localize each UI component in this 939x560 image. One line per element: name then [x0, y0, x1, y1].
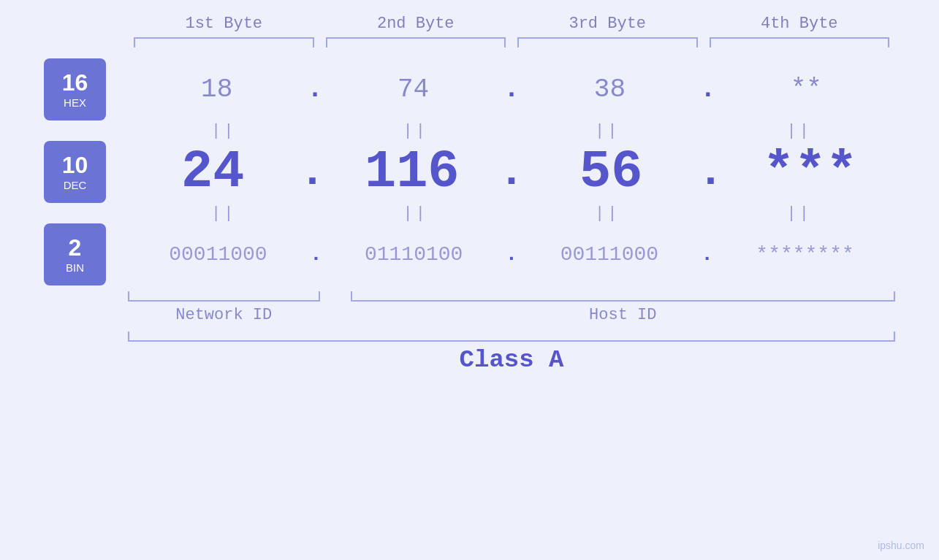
bin-cell-2: 01110100	[324, 243, 504, 266]
dec-cell-2: 116	[327, 142, 497, 202]
equals-7: ||	[512, 204, 704, 223]
dec-dot-1: .	[299, 147, 325, 197]
byte-label-4: 4th Byte	[704, 15, 896, 37]
equals-5: ||	[128, 204, 320, 223]
hex-cell-4: **	[718, 74, 895, 104]
dec-value-3: 56	[579, 142, 642, 202]
bin-value-1: 00011000	[169, 243, 267, 266]
host-bracket	[351, 291, 896, 302]
bin-dot-3: .	[701, 243, 713, 266]
hex-value-1: 18	[201, 74, 232, 104]
dec-value-1: 24	[181, 142, 244, 202]
bin-value-4: ********	[756, 243, 854, 266]
watermark: ipshu.com	[878, 540, 924, 551]
hex-label: HEX	[64, 96, 86, 109]
class-bracket	[128, 331, 895, 342]
class-label: Class A	[128, 346, 895, 374]
hex-badge: 16 HEX	[44, 58, 106, 120]
bin-value-3: 00111000	[560, 243, 658, 266]
hex-value-3: 38	[594, 74, 626, 104]
byte-label-3: 3rd Byte	[512, 15, 704, 37]
hex-dot-3: .	[700, 74, 716, 104]
byte-label-1: 1st Byte	[128, 15, 320, 37]
bracket-3	[517, 37, 698, 47]
bin-dot-1: .	[310, 243, 322, 266]
hex-value-2: 74	[398, 74, 429, 104]
dec-badge: 10 DEC	[44, 141, 106, 203]
dec-value-2: 116	[365, 142, 460, 202]
host-id-label: Host ID	[351, 306, 896, 324]
dec-values-row: 24 . 116 . 56 . ***	[128, 142, 895, 202]
equals-4: ||	[704, 122, 896, 140]
bin-badge: 2 BIN	[44, 223, 106, 285]
dec-number: 10	[62, 153, 88, 178]
hex-cell-1: 18	[128, 74, 305, 104]
bin-label: BIN	[66, 261, 84, 274]
dec-value-4: ***	[763, 142, 858, 202]
byte-label-2: 2nd Byte	[320, 15, 512, 37]
equals-1: ||	[128, 122, 320, 140]
hex-dot-1: .	[307, 74, 323, 104]
hex-value-4: **	[791, 74, 822, 104]
hex-values-row: 18 . 74 . 38 . **	[128, 74, 895, 104]
main-container: 1st Byte 2nd Byte 3rd Byte 4th Byte 16 H…	[0, 0, 939, 560]
bracket-4	[710, 37, 890, 47]
equals-2: ||	[320, 122, 512, 140]
dec-cell-3: 56	[526, 142, 696, 202]
dec-dot-2: .	[498, 147, 525, 197]
dec-label: DEC	[64, 179, 87, 191]
hex-dot-2: .	[503, 74, 520, 104]
hex-cell-2: 74	[324, 74, 502, 104]
bin-cell-1: 00011000	[128, 243, 308, 266]
bin-number: 2	[69, 235, 82, 261]
hex-number: 16	[62, 70, 88, 96]
bracket-1	[134, 37, 314, 47]
dec-cell-4: ***	[726, 142, 895, 202]
bin-cell-4: ********	[715, 243, 895, 266]
bin-values-row: 00011000 . 01110100 . 00111000 . *******…	[128, 243, 895, 266]
network-id-label: Network ID	[128, 306, 320, 324]
network-bracket	[128, 291, 320, 302]
equals-6: ||	[320, 204, 512, 223]
bin-dot-2: .	[506, 243, 518, 266]
dec-dot-3: .	[697, 147, 723, 197]
equals-8: ||	[704, 204, 896, 223]
hex-cell-3: 38	[521, 74, 699, 104]
bracket-2	[326, 37, 506, 47]
dec-cell-1: 24	[128, 142, 297, 202]
equals-3: ||	[512, 122, 704, 140]
bin-value-2: 01110100	[365, 243, 463, 266]
bin-cell-3: 00111000	[519, 243, 699, 266]
